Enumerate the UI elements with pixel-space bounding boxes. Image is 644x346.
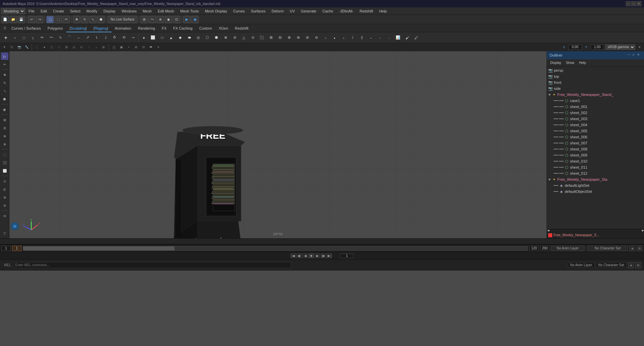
minimize-btn[interactable]: ─ (626, 1, 631, 6)
curve-tool-3[interactable]: 〜 (47, 33, 55, 42)
outliner-item-sheet007[interactable]: ⬡ sheet_007 (547, 140, 644, 146)
curve-tool-2[interactable]: ✏ (38, 33, 46, 42)
component-btn-2[interactable]: ⊟ (1, 124, 8, 132)
menu-generate[interactable]: Generate (298, 8, 319, 14)
surface-tool-1[interactable]: ⬡ (203, 33, 212, 42)
outliner-item-sheet008[interactable]: ⬡ sheet_008 (547, 146, 644, 152)
go-end-btn[interactable]: ▶| (327, 253, 332, 258)
curve-tool-9[interactable]: ⤸ (101, 33, 110, 42)
normals-icon[interactable]: ↑ (86, 44, 92, 50)
grid-icon[interactable]: ⊞ (100, 44, 107, 50)
curve-tool-8[interactable]: ⤹ (92, 33, 101, 42)
mel-input[interactable] (14, 262, 291, 268)
outliner-item-sheet009[interactable]: ⬡ sheet_009 (547, 152, 644, 158)
tab-xgen[interactable]: XGen (215, 24, 232, 32)
surface-tool-10[interactable]: ⊕ (285, 33, 293, 42)
paint-select-btn[interactable]: ✏ (1, 61, 8, 68)
isolate-icon[interactable]: ◎ (71, 44, 77, 50)
no-live-surface-btn[interactable]: No Live Surface (108, 16, 137, 23)
gamma-selector[interactable]: sRGB gamma (605, 44, 635, 50)
surface-tool-17[interactable]: ⟟ (348, 33, 357, 42)
outliner-item-sheet010[interactable]: ⬡ sheet_010 (547, 158, 644, 164)
surface-tool-18[interactable]: ⟠ (357, 33, 366, 42)
outliner-menu-show[interactable]: Show (564, 61, 576, 65)
tab-menu-btn[interactable]: ☰ (1, 25, 8, 32)
surface-tool-11[interactable]: ⊛ (294, 33, 303, 42)
new-file-btn[interactable]: 📄 (1, 16, 9, 23)
surface-tool-15[interactable]: ⬧ (330, 33, 339, 42)
tab-rendering[interactable]: Rendering (134, 24, 158, 32)
soft-mod-btn[interactable]: ◉ (1, 106, 8, 113)
outliner-item-scene-group[interactable]: ✦ Free_Weekly_Newspaper_Stand_ (547, 92, 644, 98)
surface-tool-2[interactable]: ⬢ (212, 33, 221, 42)
outliner-item-top[interactable]: 📷 top (547, 73, 644, 79)
chart-bar-icon[interactable]: 📊 (394, 33, 402, 42)
x-coord-input[interactable]: 0.00 (568, 44, 582, 50)
view-icon-2[interactable]: 📷 (16, 44, 22, 50)
surface-tool-5[interactable]: △ (239, 33, 248, 42)
curve-tool-5[interactable]: ⌒ (65, 33, 74, 42)
outliner-item-sheet002[interactable]: ⬡ sheet_002 (547, 110, 644, 116)
time-ruler[interactable]: 5 10 15 20 25 30 35 40 45 50 55 60 65 70… (0, 238, 644, 244)
menu-3dtoall[interactable]: -3DtoAll- (336, 8, 356, 14)
tab-curves-surfaces[interactable]: Curves / Surfaces (8, 24, 44, 32)
redo-btn[interactable]: ↪ (36, 16, 43, 23)
misc-btn-4[interactable]: ⊜ (1, 202, 8, 209)
surface-tool-6[interactable]: ⊙ (248, 33, 257, 42)
wireframe-icon[interactable]: ⬚ (34, 44, 40, 50)
snap-view-btn[interactable]: ⊡ (173, 16, 180, 23)
snap-surface-btn[interactable]: ◉ (165, 16, 172, 23)
outliner-item-front[interactable]: 📷 front (547, 79, 644, 85)
play-back-btn[interactable]: ◀ (303, 253, 308, 258)
move-tool-btn[interactable]: ✥ (1, 71, 8, 78)
status-icon-2[interactable]: ⊞ (635, 262, 641, 268)
outliner-item-default-object-set[interactable]: ◈ defaultObjectSet (547, 188, 644, 195)
scale-btn[interactable]: ⤡ (89, 16, 96, 23)
curve-tool-1[interactable]: ╮ (29, 33, 37, 42)
menu-edit-mesh[interactable]: Edit Mesh (155, 8, 177, 14)
outliner-menu-display[interactable]: Display (548, 61, 563, 65)
display-btn-3[interactable]: ⬜ (1, 167, 8, 174)
status-icon-1[interactable]: ◈ (628, 262, 634, 268)
tab-fx[interactable]: FX (158, 24, 170, 32)
menu-file[interactable]: File (26, 8, 37, 14)
subdivs-icon[interactable]: ⬦ (93, 44, 99, 50)
curve-tool-7[interactable]: ↗ (83, 33, 92, 42)
outliner-close-btn[interactable]: ✕ (637, 53, 641, 57)
tab-rigging[interactable]: [ Rigging ] (90, 24, 111, 32)
surface-tool-21[interactable]: ⬫ (385, 33, 393, 42)
curve-tool-6[interactable]: ⌣ (74, 33, 83, 42)
display-btn-1[interactable]: ⬚ (1, 151, 8, 158)
display-btn-2[interactable]: ⬛ (1, 159, 8, 166)
viewport[interactable]: Weekly Weekly (9, 51, 547, 238)
outliner-maximize-btn[interactable]: □ (633, 53, 637, 57)
outliner-item-default-light-set[interactable]: ◈ defaultLightSet (547, 182, 644, 188)
cam-ortho-icon[interactable]: ▣ (118, 44, 124, 50)
menu-mesh-display[interactable]: Mesh Display (202, 8, 230, 14)
sphere-icon[interactable]: ● (139, 33, 148, 42)
render-btn[interactable]: ▶ (183, 16, 191, 23)
open-btn[interactable]: 📁 (9, 16, 17, 23)
ellipse-icon[interactable]: ⬬ (185, 33, 194, 42)
light-icon[interactable]: ☀ (155, 44, 161, 50)
outliner-item-sheet006[interactable]: ⬡ sheet_006 (547, 134, 644, 140)
outliner-item-side[interactable]: 📷 side (547, 85, 644, 92)
menu-select[interactable]: Select (68, 8, 83, 14)
range-end2-input[interactable]: 200 (540, 246, 550, 251)
menu-cache[interactable]: Cache (320, 8, 336, 14)
lasso-btn[interactable]: ⬚ (54, 16, 62, 23)
select-btn[interactable]: ▢ (46, 16, 54, 23)
step-back-btn[interactable]: ◀| (296, 253, 302, 258)
scale-tool-btn[interactable]: ⤡ (1, 87, 8, 95)
surface-tool-7[interactable]: ⬛ (257, 33, 266, 42)
menu-deform[interactable]: Deform (269, 8, 286, 14)
menu-display[interactable]: Display (101, 8, 118, 14)
all-icon[interactable]: ⊞ (64, 44, 70, 50)
component-btn-3[interactable]: ⊕ (1, 132, 8, 140)
misc-btn-1[interactable]: ⊙ (1, 177, 8, 185)
close-btn[interactable]: ✕ (637, 1, 641, 6)
snap-point-btn[interactable]: ⊕ (157, 16, 164, 23)
env-icon[interactable]: ⬬ (148, 44, 154, 50)
cylinder-icon[interactable]: ⬭ (158, 33, 166, 42)
component-btn-1[interactable]: ⊞ (1, 116, 8, 124)
